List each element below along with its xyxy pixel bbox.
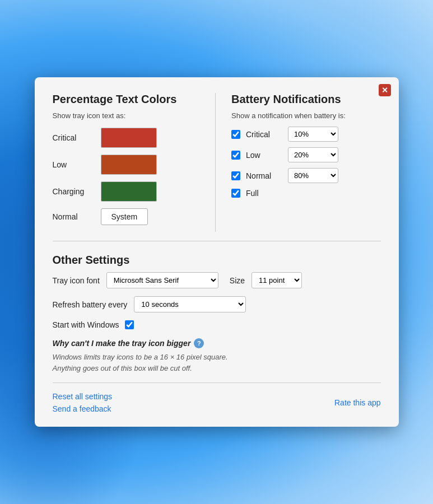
size-label: Size [230,276,245,285]
battery-notif-sublabel: Show a notification when battery is: [231,111,381,120]
refresh-settings-row: Refresh battery every 10 seconds 5 secon… [53,296,381,312]
footer-links: Reset all settings Send a feedback Rate … [53,392,381,413]
right-column: Battery Notifications Show a notificatio… [227,93,381,232]
rate-app-button[interactable]: Rate this app [334,398,381,407]
size-select[interactable]: 11 point 8 point 9 point 10 point 12 poi… [252,272,302,288]
refresh-select[interactable]: 10 seconds 5 seconds 15 seconds 30 secon… [134,296,246,312]
settings-dialog: ✕ Percentage Text Colors Show tray icon … [35,77,399,427]
other-settings-section: Other Settings Tray icon font Microsoft … [53,254,381,329]
tray-icon-sublabel: Show tray icon text as: [53,111,202,120]
two-column-layout: Percentage Text Colors Show tray icon te… [53,93,381,232]
full-notif-row: Full [231,189,381,198]
low-color-swatch[interactable] [101,155,157,175]
close-button[interactable]: ✕ [379,84,391,96]
critical-color-label: Critical [53,133,92,142]
low-color-label: Low [53,160,92,169]
critical-color-swatch[interactable] [101,128,157,148]
normal-color-row: Normal System [53,208,202,225]
critical-color-row: Critical [53,128,202,148]
faq-title-text: Why can't I make the tray icon bigger [53,339,191,348]
critical-notif-row: Critical 10% 5% 15% [231,127,381,142]
normal-notif-label: Normal [246,171,282,180]
other-settings-title: Other Settings [53,254,381,267]
charging-color-swatch[interactable] [101,181,157,202]
full-notif-label: Full [246,189,282,198]
low-notif-checkbox[interactable] [231,151,240,160]
charging-color-label: Charging [53,187,92,196]
footer-divider [53,382,381,383]
start-windows-label: Start with Windows [53,320,119,329]
normal-notif-row: Normal 80% 70% 90% [231,168,381,183]
start-windows-checkbox[interactable] [125,320,134,329]
low-notif-row: Low 20% 15% 25% [231,147,381,162]
battery-notif-title: Battery Notifications [231,93,381,106]
critical-notif-select[interactable]: 10% 5% 15% [288,127,338,142]
low-notif-select[interactable]: 20% 15% 25% [288,147,338,162]
faq-title: Why can't I make the tray icon bigger ? [53,338,381,348]
start-windows-row: Start with Windows [53,320,381,329]
normal-notif-checkbox[interactable] [231,171,240,180]
refresh-label: Refresh battery every [53,300,128,309]
divider [53,241,381,241]
low-notif-label: Low [246,151,282,160]
low-color-row: Low [53,155,202,175]
font-settings-row: Tray icon font Microsoft Sans Serif Sego… [53,272,381,288]
feedback-button[interactable]: Send a feedback [53,404,113,413]
font-select[interactable]: Microsoft Sans Serif Segoe UI Arial Cali… [106,272,218,288]
charging-color-row: Charging [53,181,202,202]
faq-text-line1: Windows limits tray icons to be a 16 × 1… [53,352,381,363]
percentage-colors-title: Percentage Text Colors [53,93,202,106]
normal-system-button[interactable]: System [101,208,148,225]
normal-notif-select[interactable]: 80% 70% 90% [288,168,338,183]
left-column: Percentage Text Colors Show tray icon te… [53,93,216,232]
critical-notif-checkbox[interactable] [231,130,240,139]
footer-left-links: Reset all settings Send a feedback [53,392,113,413]
normal-color-label: Normal [53,212,92,221]
font-label: Tray icon font [53,276,100,285]
critical-notif-label: Critical [246,130,282,139]
faq-section: Why can't I make the tray icon bigger ? … [53,338,381,374]
help-icon[interactable]: ? [194,338,204,348]
reset-settings-button[interactable]: Reset all settings [53,392,113,401]
full-notif-checkbox[interactable] [231,189,240,198]
faq-text-line2: Anything goes out of this box will be cu… [53,363,381,374]
